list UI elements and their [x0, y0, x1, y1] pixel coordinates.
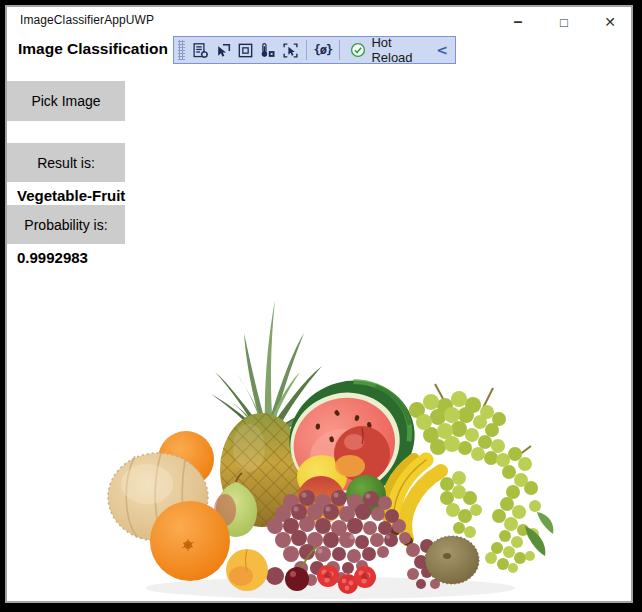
fruit-photo-illustration	[95, 288, 555, 603]
toolbar-grip-handle[interactable]	[178, 40, 185, 60]
display-layout-adorners-icon[interactable]	[236, 38, 255, 62]
result-label: Result is:	[7, 143, 125, 182]
toolbar-separator	[339, 40, 340, 60]
close-button-icon[interactable]: ✕	[599, 10, 621, 34]
show-code-icon[interactable]: {ø}	[313, 38, 332, 62]
hot-reload-status[interactable]: Hot Reload	[345, 35, 427, 65]
probability-value: 0.9992983	[17, 249, 88, 266]
window-controls: – □ ✕	[507, 10, 621, 34]
select-element-icon[interactable]	[281, 38, 300, 62]
collapse-toolbar-chevron-icon[interactable]: <	[430, 42, 450, 58]
hot-reload-label: Hot Reload	[371, 35, 423, 65]
toolbar-separator	[306, 40, 307, 60]
classified-image	[95, 288, 555, 603]
enable-selection-icon[interactable]	[213, 38, 232, 62]
page-title: Image Classification	[18, 40, 168, 58]
apricot	[226, 549, 268, 591]
go-to-live-visual-tree-icon[interactable]	[191, 38, 210, 62]
kiwi	[425, 536, 479, 584]
track-focused-element-icon[interactable]	[258, 38, 277, 62]
vs-debug-toolbar: {ø} Hot Reload <	[173, 36, 456, 64]
nectarine	[334, 426, 390, 482]
pick-image-button[interactable]: Pick Image	[7, 81, 125, 121]
probability-label: Probability is:	[7, 205, 125, 244]
window-title: ImageClassifierAppUWP	[20, 13, 154, 27]
app-window: ImageClassifierAppUWP – □ ✕ Image Classi…	[5, 5, 633, 603]
grape-leaf	[537, 512, 553, 534]
bananas	[386, 459, 441, 546]
orange-front	[150, 501, 230, 581]
minimize-button-icon[interactable]: –	[507, 10, 529, 34]
result-value: Vegetable-Fruit	[17, 187, 125, 204]
maximize-button-icon[interactable]: □	[553, 10, 575, 34]
hot-reload-check-icon	[350, 42, 366, 58]
